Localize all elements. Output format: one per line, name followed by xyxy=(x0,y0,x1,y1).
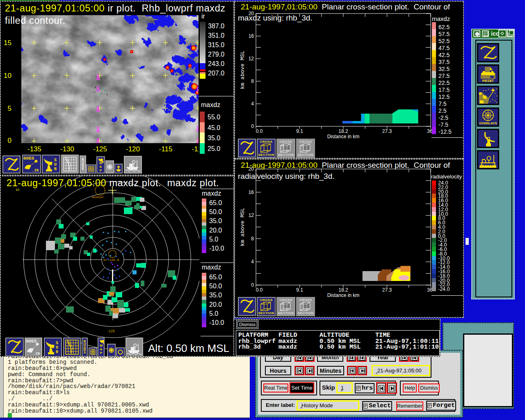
radar-toolbar-map-button[interactable]: MAP xyxy=(98,338,105,357)
minutes-forward-button[interactable] xyxy=(357,366,367,375)
hrs-button[interactable]: hrs xyxy=(355,383,374,393)
radar-toolbar-zlogo-button[interactable] xyxy=(5,338,24,356)
ir-toolbar-map-button[interactable]: MAP xyxy=(96,156,105,173)
ir-maxdz-segment xyxy=(200,132,205,143)
hours-button[interactable]: Hours xyxy=(265,366,291,375)
real-time-button[interactable]: Real Time xyxy=(263,383,288,393)
ir-maxdz-value: 55.0 xyxy=(208,114,220,121)
radar-antenna-icon[interactable] xyxy=(477,129,499,148)
radar-ppi-display[interactable]: b<-125-8whoever xyxy=(1,176,233,356)
cs2-colorbar-segment xyxy=(432,282,436,287)
radar-toolbar-bounds-button[interactable]: BOUNDS xyxy=(82,338,88,357)
ir-legend-value: 387.0 xyxy=(208,23,224,30)
cross-section-button-3[interactable]: CROSS SECTION xyxy=(296,297,315,316)
ir-plot-title: 21-aug-1997,01:05:00 ir plot. Rhb_lowprf… xyxy=(5,3,226,14)
cs2-colorbar-segment xyxy=(432,185,436,189)
svg-text:Distance in km: Distance in km xyxy=(327,292,360,298)
svg-text:27.3: 27.3 xyxy=(382,128,392,134)
minutes-back-button[interactable] xyxy=(347,366,357,375)
radar-toolbar-sur-button[interactable]: SUR xyxy=(44,338,62,357)
cs2-colorbar-segment xyxy=(432,260,436,265)
window-zoom-button[interactable] xyxy=(507,30,514,37)
window-menu-button[interactable] xyxy=(473,30,480,37)
terminal-window[interactable]: rain:beaufait:5>/zeb9.2.Sol2/bin/dsresca… xyxy=(0,357,250,419)
help-button[interactable]: Help xyxy=(403,383,417,393)
radar-toolbar-grid-button[interactable] xyxy=(89,347,97,357)
radar-legend2-value: -10.0 xyxy=(209,319,224,326)
ir-toolbar-skewt-button[interactable] xyxy=(61,155,79,173)
skip-input-field[interactable]: 1 ^ xyxy=(336,382,353,393)
svg-text:9.1: 9.1 xyxy=(296,287,303,293)
cross-section-button-1[interactable]: CROSS SECTION xyxy=(257,139,276,158)
skip-forward-button[interactable] xyxy=(387,382,397,394)
print-icon[interactable]: PRINT xyxy=(477,64,499,84)
svg-text:0.0: 0.0 xyxy=(256,128,263,134)
cross-section-button-3[interactable]: CROSS SECTION xyxy=(296,139,315,158)
overlays-icon[interactable]: OVERLAYS xyxy=(477,107,499,127)
field-draw-icon[interactable] xyxy=(477,86,499,105)
cross-section-button-2[interactable]: CROSS SECTION xyxy=(276,139,295,158)
ir-toolbar-sur-button[interactable]: SUR xyxy=(42,155,60,173)
dismiss-button[interactable]: Dismiss xyxy=(418,383,440,393)
ir-legend-value: 315.0 xyxy=(208,41,224,49)
skip-label: Skip xyxy=(322,384,335,391)
cs2-legend-value: -24.0 xyxy=(438,286,450,292)
popup-dismiss-button[interactable]: Dismiss xyxy=(237,321,257,328)
cs2-legend-separator xyxy=(431,295,464,296)
svg-text:A: A xyxy=(100,347,103,351)
forget-button[interactable]: Forget xyxy=(426,401,456,411)
radar-toolbar-wheel-button[interactable] xyxy=(107,344,116,357)
radar-toolbar-circle-button[interactable] xyxy=(116,347,125,357)
radar-range-rings xyxy=(23,176,203,349)
radar-toolbar-goes-button[interactable]: GOES .IR xyxy=(25,338,42,357)
set-time-button[interactable]: Set Time xyxy=(290,382,314,393)
cs2-colorbar-segment xyxy=(432,238,436,242)
ir-toolbar-ship-button[interactable] xyxy=(124,156,142,173)
cross-section-button-1[interactable]: CROSS SECTION xyxy=(257,297,276,316)
svg-text:0.0: 0.0 xyxy=(256,287,263,293)
skip-back-button[interactable] xyxy=(376,382,386,394)
ir-toolbar-wheel-button[interactable] xyxy=(105,160,114,173)
cs1-colorbar-segment xyxy=(432,92,436,99)
ir-toolbar-buoy-button[interactable] xyxy=(114,164,123,173)
icon-window-titlebar[interactable]: icon xyxy=(472,30,514,38)
ship-platform-icon[interactable] xyxy=(477,150,499,169)
radar-toolbar-ship-button[interactable] xyxy=(126,338,143,357)
svg-text:km above MSL: km above MSL xyxy=(240,51,246,89)
svg-text:S: S xyxy=(82,167,84,171)
hours-forward-button[interactable] xyxy=(305,366,315,375)
ir-toolbar-zlogo-button[interactable] xyxy=(2,155,21,173)
window-resize-button[interactable] xyxy=(498,30,507,37)
select-button[interactable]: Select xyxy=(362,401,392,411)
svg-text:18.2: 18.2 xyxy=(338,287,348,293)
ir-ylabel-0: 0 xyxy=(8,137,11,144)
minutes-button[interactable]: Minutes xyxy=(317,366,344,375)
window-iconify-button[interactable] xyxy=(482,30,489,37)
cs1-plot[interactable]: 0481216200.09.118.227.336Distance in kmk… xyxy=(235,2,463,158)
radar-toolbar-skewt-button[interactable] xyxy=(63,338,81,357)
zebra-logo-button[interactable] xyxy=(238,139,256,158)
cs1-colorbar-segment xyxy=(432,50,436,57)
satellite-image[interactable] xyxy=(21,15,200,143)
remember-button[interactable]: Remember xyxy=(396,402,423,411)
time-input-field[interactable]: 21-Aug-97,1:05:00 ^ xyxy=(372,365,430,376)
ir-legend-value: 351.0 xyxy=(208,32,224,39)
ir-toolbar-goes-button[interactable]: GOES .IR xyxy=(22,155,41,173)
terminal-scrollbar[interactable] xyxy=(0,357,4,418)
time-dialog-content: Day Month Year Hours Minutes 21-Aug-97,1… xyxy=(258,353,460,415)
platform-table-column-platform: PLATFORM rhb_lowprf rhb_3d xyxy=(238,332,276,350)
cs1-colorbar-segment xyxy=(432,57,436,64)
zebra-logo-icon[interactable] xyxy=(477,43,499,62)
cs2-colorbar-segment xyxy=(432,269,436,274)
zebra-logo-button[interactable] xyxy=(238,297,256,316)
cs1-colorbar-segment xyxy=(432,71,436,78)
label-input-field[interactable]: History Mode ^ xyxy=(297,400,359,411)
cross-section-window-radialvelocity: 21-aug-1997,01:05:00 Planar cross-sectio… xyxy=(234,159,464,318)
cs1-colorbar-segment xyxy=(432,99,436,106)
ir-toolbar-grid-button[interactable] xyxy=(86,164,96,173)
hours-back-button[interactable] xyxy=(294,366,304,375)
cs2-plot[interactable]: 0481216200.09.118.227.336Distance in kmk… xyxy=(235,160,463,317)
svg-text:P: P xyxy=(100,351,103,355)
cross-section-button-2[interactable]: CROSS SECTION xyxy=(276,297,295,316)
ir-toolbar-bounds-button[interactable]: BOUNDS xyxy=(80,155,86,173)
